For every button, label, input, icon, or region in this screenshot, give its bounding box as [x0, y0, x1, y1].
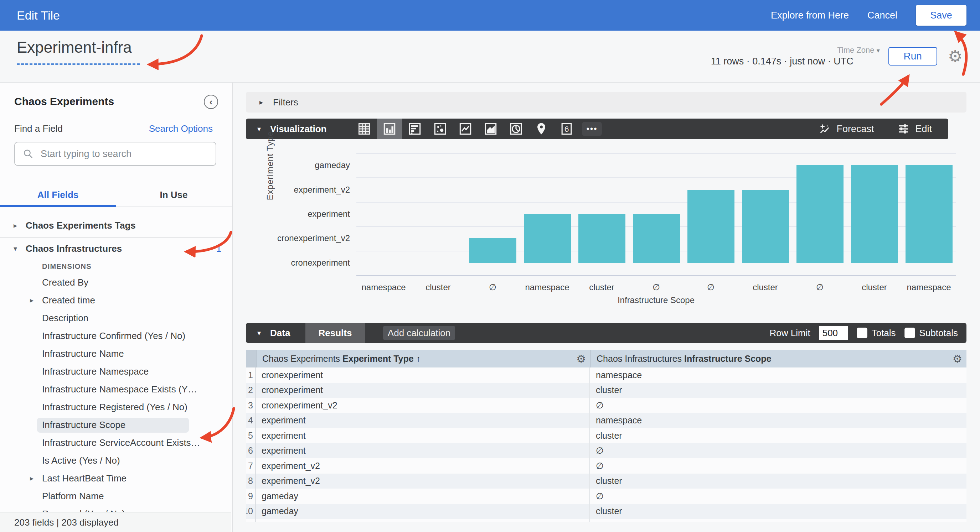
gear-icon[interactable]: ⚙: [576, 353, 586, 365]
sidebar-item-description[interactable]: Description: [0, 309, 231, 327]
run-button[interactable]: Run: [888, 47, 937, 65]
sidebar-item-infrastructure-serviceaccount-exists[interactable]: Infrastructure ServiceAccount Exists…: [0, 434, 231, 451]
gear-icon[interactable]: ⚙: [953, 353, 962, 365]
cell-infrastructure-scope[interactable]: ∅: [590, 489, 966, 504]
table-row[interactable]: 3cronexperiment_v2∅: [246, 398, 966, 413]
field-search-input[interactable]: [40, 148, 184, 160]
sidebar-item-infrastructure-namespace-exists-y[interactable]: Infrastructure Namespace Exists (Y…: [0, 380, 231, 398]
cell-experiment-type[interactable]: experiment: [256, 413, 590, 429]
cell-experiment-type[interactable]: experiment_v2: [256, 473, 590, 489]
viz-type-area-icon[interactable]: [478, 119, 504, 139]
subtotals-checkbox[interactable]: [904, 327, 915, 338]
visualization-label[interactable]: Visualization: [270, 124, 326, 135]
cell-infrastructure-scope[interactable]: cluster: [590, 383, 966, 398]
cell-experiment-type[interactable]: gameday: [256, 519, 590, 522]
viz-type-table-icon[interactable]: [352, 119, 377, 139]
bar-experiment-namespace[interactable]: [524, 214, 571, 263]
sidebar-item-is-active-yes-no[interactable]: Is Active (Yes / No): [0, 451, 231, 469]
explore-from-here-link[interactable]: Explore from Here: [771, 10, 849, 21]
chevron-right-icon[interactable]: ▸: [30, 474, 38, 483]
filters-section-bar[interactable]: ▸ Filters: [246, 92, 966, 113]
sidebar-item-created-by[interactable]: Created By: [0, 273, 231, 291]
viz-type-more-icon[interactable]: •••: [579, 119, 605, 139]
results-tab[interactable]: Results: [305, 323, 365, 343]
cell-infrastructure-scope[interactable]: cluster: [590, 428, 966, 443]
timezone-label[interactable]: Time Zone: [837, 46, 874, 54]
bar-gameday-cluster[interactable]: [851, 165, 898, 263]
data-label[interactable]: Data: [270, 327, 290, 339]
viz-type-single-value-icon[interactable]: 6: [554, 119, 579, 139]
bar-experiment_v2-cluster[interactable]: [742, 190, 789, 263]
viz-type-map-icon[interactable]: [529, 119, 554, 139]
cell-infrastructure-scope[interactable]: ∅: [590, 458, 966, 473]
viz-type-column-icon[interactable]: [377, 119, 402, 139]
column-header-experiment-type[interactable]: Chaos Experiments Experiment Type ↑ ⚙: [256, 350, 591, 367]
cell-experiment-type[interactable]: experiment: [256, 428, 590, 443]
table-row[interactable]: 6experiment∅: [246, 443, 966, 459]
cell-infrastructure-scope[interactable]: cluster: [590, 473, 966, 489]
totals-checkbox[interactable]: [857, 327, 867, 338]
table-row[interactable]: 8experiment_v2cluster: [246, 473, 966, 489]
cell-infrastructure-scope[interactable]: cluster: [590, 504, 966, 519]
cell-experiment-type[interactable]: gameday: [256, 489, 590, 504]
table-row[interactable]: 5experimentcluster: [246, 428, 966, 443]
viz-type-scatter-icon[interactable]: [428, 119, 453, 139]
bar-experiment-[interactable]: [633, 214, 680, 263]
viz-type-bar-icon[interactable]: [402, 119, 428, 139]
search-options-link[interactable]: Search Options: [149, 123, 213, 134]
row-limit-input[interactable]: [819, 326, 848, 340]
sidebar-item-infrastructure-scope[interactable]: Infrastructure Scope: [0, 416, 231, 434]
cell-infrastructure-scope[interactable]: ∅: [590, 443, 966, 459]
gear-icon[interactable]: ⚙: [948, 48, 963, 64]
sidebar-item-platform-name[interactable]: Platform Name: [0, 487, 231, 505]
table-row[interactable]: 4experimentnamespace: [246, 413, 966, 429]
chevron-down-icon[interactable]: ▾: [14, 244, 22, 253]
field-search-box[interactable]: [14, 142, 216, 166]
sidebar-item-infrastructure-confirmed-yes-no[interactable]: Infrastructure Confirmed (Yes / No): [0, 327, 231, 345]
bar-cronexperiment_v2-[interactable]: [469, 238, 516, 262]
table-row[interactable]: 7experiment_v2∅: [246, 458, 966, 473]
table-row[interactable]: 10gamedaycluster: [246, 504, 966, 519]
cell-infrastructure-scope[interactable]: namespace: [590, 413, 966, 429]
cell-experiment-type[interactable]: cronexperiment: [256, 367, 590, 383]
chevron-right-icon[interactable]: ▸: [30, 296, 38, 305]
cell-experiment-type[interactable]: experiment: [256, 443, 590, 459]
cell-infrastructure-scope[interactable]: namespace: [590, 519, 966, 522]
table-row[interactable]: 1cronexperimentnamespace: [246, 367, 966, 383]
cell-experiment-type[interactable]: experiment_v2: [256, 458, 590, 473]
cell-experiment-type[interactable]: gameday: [256, 504, 590, 519]
sidebar-group-chaos-infrastructures[interactable]: ▾Chaos Infrastructures1: [0, 240, 231, 257]
table-row[interactable]: 9gameday∅: [246, 489, 966, 504]
edit-viz-button[interactable]: Edit: [897, 123, 932, 135]
chevron-down-icon[interactable]: ▾: [257, 329, 261, 337]
cancel-button[interactable]: Cancel: [867, 10, 897, 21]
cell-infrastructure-scope[interactable]: namespace: [590, 367, 966, 383]
sidebar-item-created-time[interactable]: ▸Created time: [0, 291, 231, 309]
sidebar-item-infrastructure-namespace[interactable]: Infrastructure Namespace: [0, 362, 231, 380]
chevron-down-icon[interactable]: ▾: [257, 125, 261, 133]
cell-infrastructure-scope[interactable]: ∅: [590, 398, 966, 413]
bar-gameday-[interactable]: [797, 165, 843, 263]
viz-type-line-icon[interactable]: [453, 119, 478, 139]
table-row[interactable]: 2cronexperimentcluster: [246, 383, 966, 398]
sidebar-group-chaos-experiments-tags[interactable]: ▸Chaos Experiments Tags: [0, 216, 231, 234]
bar-experiment-cluster[interactable]: [578, 214, 625, 263]
sidebar-item-infrastructure-name[interactable]: Infrastructure Name: [0, 345, 231, 362]
cell-experiment-type[interactable]: cronexperiment_v2: [256, 398, 590, 413]
sidebar-item-infrastructure-registered-yes-no[interactable]: Infrastructure Registered (Yes / No): [0, 398, 231, 416]
bar-gameday-namespace[interactable]: [905, 165, 953, 263]
save-button[interactable]: Save: [916, 5, 966, 25]
cell-experiment-type[interactable]: cronexperiment: [256, 383, 590, 398]
forecast-button[interactable]: Forecast: [819, 123, 874, 135]
column-chart[interactable]: Experiment Type Infrastructure Scope gam…: [246, 139, 966, 317]
viz-type-pie-icon[interactable]: [504, 119, 529, 139]
table-row[interactable]: 11gamedaynamespace: [246, 519, 966, 522]
chevron-right-icon[interactable]: ▸: [14, 221, 22, 230]
tab-in-use[interactable]: In Use: [116, 189, 232, 200]
sidebar-item-last-heartbeat-time[interactable]: ▸Last HeartBeat Time: [0, 469, 231, 487]
tab-all-fields[interactable]: All Fields: [0, 189, 116, 200]
bar-experiment_v2-[interactable]: [687, 190, 735, 263]
collapse-sidebar-icon[interactable]: ‹: [204, 95, 218, 109]
tile-name-input[interactable]: Experiment-infra: [17, 38, 132, 56]
add-calculation-button[interactable]: Add calculation: [383, 326, 455, 340]
